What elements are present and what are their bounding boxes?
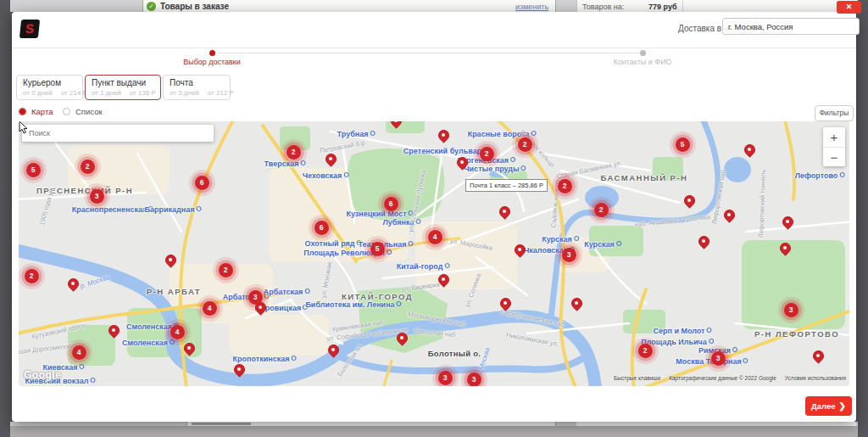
divider [682,0,683,12]
terms-link[interactable]: Условия использования [785,375,846,381]
map-cluster-marker[interactable]: 2 [81,160,95,174]
map-cluster-marker[interactable]: 3 [438,371,453,385]
step-dot-contacts [640,50,646,56]
map-label-metro: Театральная [359,240,414,249]
map-cluster-marker[interactable]: 6 [384,197,398,211]
map-label-metro: Лефортово [795,171,845,180]
radio-list-label[interactable]: Список [75,107,103,116]
radio-list[interactable] [63,108,70,115]
map-marker-tooltip: Почта 1 класс – 285,86 Р [465,179,548,192]
summary-value: 779 руб [648,3,676,11]
brand-logo[interactable]: S [19,20,40,38]
tab-pickup-price: от 136 Р [130,89,156,97]
tab-post-title: Почта [170,78,224,87]
chevron-right-icon: ❯ [839,401,846,411]
map-cluster-marker[interactable]: 3 [784,303,798,317]
close-icon[interactable]: ✕ [837,1,861,14]
order-edit-link[interactable]: изменить [515,3,548,11]
map-cluster-marker[interactable]: 3 [248,290,263,305]
map-label-metro: Серп и Молот [653,327,711,335]
map-label-metro: Кропоткинская [233,355,297,363]
map-data-copyright: Картографические данные © 2022 Google [669,375,776,381]
map-label-metro: Курская [542,235,579,244]
city-input[interactable] [722,18,860,35]
map-attribution: Быстрые клавиши Картографические данные … [614,375,846,381]
map-cluster-marker[interactable]: 3 [711,351,726,366]
header-divider [12,48,856,48]
tab-courier-title: Курьером [23,78,76,87]
map-label-metro: Библиотека им. Ленина [305,300,401,309]
zoom-out-button[interactable]: − [823,148,845,167]
zoom-in-button[interactable]: + [823,127,845,148]
map-cluster-marker[interactable]: 4 [170,325,185,339]
map-label-metro: Китай-город [397,262,450,271]
map-cluster-marker[interactable]: 3 [562,248,576,262]
map-label-metro: Тверская [264,160,306,168]
map-cluster-marker[interactable]: 2 [518,137,532,152]
tab-courier-days: от 0 дней [23,89,53,97]
tab-pickup-title: Пункт выдачи [92,78,154,87]
map-label-district: Р-Н ЛЕФОРТОВО [754,329,839,339]
step-label-contacts[interactable]: Контакты и ФИО [613,58,671,66]
map-label-metro: Арбатская [264,288,310,296]
map-cluster-marker[interactable]: 2 [594,203,609,217]
radio-map-label[interactable]: Карта [31,107,53,116]
map-zoom-control: + − [823,127,845,166]
cursor-icon [19,121,29,134]
filters-button[interactable]: Фильтры [815,105,854,121]
tab-pickup-point[interactable]: Пункт выдачи от 1 дней от 136 Р [85,75,161,100]
tab-courier-price: от 214 Р [61,89,87,97]
next-button[interactable]: Далее ❯ [805,396,852,416]
map-cluster-marker[interactable]: 2 [25,269,39,283]
tab-courier[interactable]: Курьером от 0 дней от 214 Р [16,75,83,100]
map-label-metro: Охотный ряд [305,239,362,248]
background-text-fragment [192,423,251,425]
tab-post-days: от 3 дней [170,89,199,97]
next-button-label: Далее [811,401,836,411]
map-search-input[interactable] [22,125,214,142]
map-label-metro: Краснопресненская [72,205,153,214]
map-cluster-marker[interactable]: 6 [195,176,209,190]
tab-post[interactable]: Почта от 3 дней от 212 Р [163,75,231,100]
stepper-line [217,53,639,53]
map-cluster-marker[interactable]: 2 [558,179,572,193]
map-label-metro: Курская [584,240,621,249]
map-label-metro: Кузнецкий Мост [346,210,413,218]
map-cluster-marker[interactable]: 3 [90,189,104,204]
map-cluster-marker[interactable]: 5 [26,163,41,177]
keyboard-shortcuts-link[interactable]: Быстрые клавиши [614,375,660,381]
map-label-metro: Площадь Ильича [641,338,714,346]
step-dot-delivery [209,50,215,56]
map-canvas[interactable]: + − Почта 1 класс – 285,86 Р Google Быст… [19,121,849,386]
radio-map[interactable] [19,108,26,115]
map-label-metro: Чеховская [303,171,349,180]
map-label-metro: Баррикадная [145,205,202,214]
map-label-district: Р-Н АРБАТ [147,287,201,296]
map-cluster-marker[interactable]: 5 [370,242,385,256]
step-label-delivery[interactable]: Выбор доставки [183,58,241,66]
map-cluster-marker[interactable]: 2 [480,147,494,161]
map-cluster-marker[interactable]: 6 [314,221,329,235]
map-cluster-marker[interactable]: 3 [467,373,481,387]
map-label-place: Болотный о. [428,349,481,358]
map-label-metro: Трубная [337,130,376,138]
map-cluster-marker[interactable]: 4 [72,345,86,360]
map-label-district: БАСМАННЫЙ Р-Н [601,173,688,182]
map-cluster-marker[interactable]: 5 [676,137,690,152]
map-label-metro: Сретенский бульвар [403,147,488,155]
tab-pickup-days: от 1 дней [92,89,121,97]
google-logo[interactable]: Google [24,369,61,381]
map-label-metro: Чистые пруды [464,165,526,173]
map-cluster-marker[interactable]: 4 [203,301,217,316]
map-cluster-marker[interactable]: 4 [428,230,442,244]
order-card-title: Товары в заказе [160,2,229,11]
order-check-icon: ✓ [147,2,156,11]
summary-label: Товаров на: [582,3,624,11]
map-cluster-marker[interactable]: 2 [638,344,653,358]
delivery-to-label: Доставка в [678,24,721,33]
tab-post-price: от 212 Р [208,89,234,97]
map-cluster-marker[interactable]: 2 [287,145,301,160]
map-label-metro: Смоленская [122,339,175,347]
map-cluster-marker[interactable]: 2 [219,263,233,277]
screen: ✓ Товары в заказе изменить Товаров на: 7… [0,0,868,437]
